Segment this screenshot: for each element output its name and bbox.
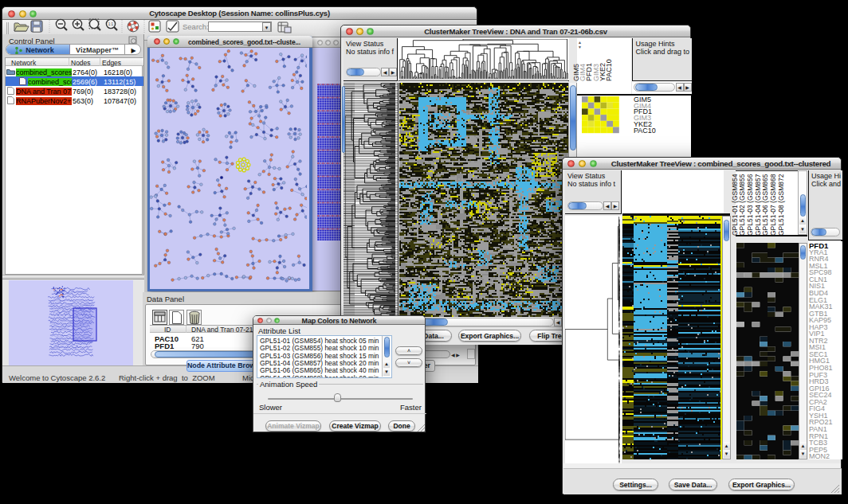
svg-text:1:1: 1:1 [108, 22, 114, 26]
